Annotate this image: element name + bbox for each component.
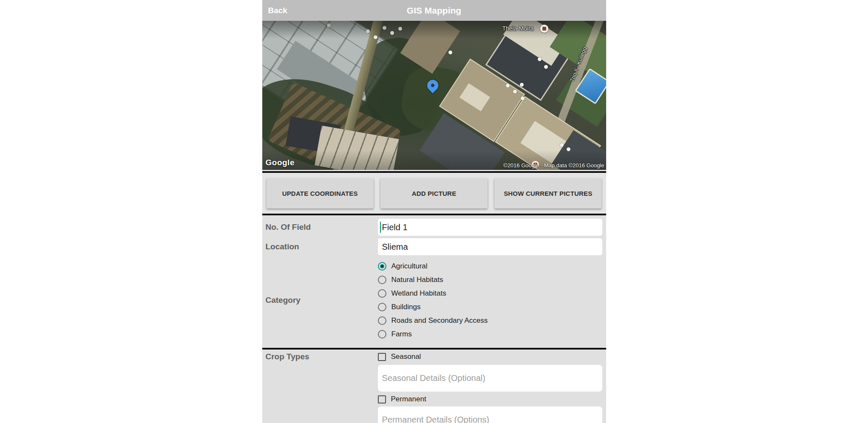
radio-option-farms[interactable]: Farms bbox=[378, 327, 606, 341]
permanent-checkbox-row[interactable]: Permanent bbox=[378, 394, 606, 404]
satellite-map[interactable]: Theia Moira Triq Il - Kullegg Google ©20… bbox=[262, 21, 606, 170]
text-cursor bbox=[380, 222, 381, 233]
radio-option-buildings[interactable]: Buildings bbox=[378, 300, 606, 314]
category-row: Category Agricultural Natural Habitats W… bbox=[262, 259, 606, 341]
seasonal-details-textarea[interactable] bbox=[378, 365, 602, 392]
field-number-label: No. Of Field bbox=[262, 219, 378, 236]
radio-option-label: Farms bbox=[391, 330, 412, 338]
radio-option-label: Natural Habitats bbox=[391, 276, 443, 284]
location-input[interactable] bbox=[378, 238, 602, 255]
update-coordinates-button[interactable]: UPDATE COORDINATES bbox=[267, 178, 374, 209]
radio-icon[interactable] bbox=[378, 316, 386, 325]
permanent-details-textarea[interactable] bbox=[378, 406, 602, 423]
category-label: Category bbox=[262, 296, 378, 305]
show-current-pictures-button[interactable]: SHOW CURRENT PICTURES bbox=[494, 178, 601, 209]
radio-option-natural-habitats[interactable]: Natural Habitats bbox=[378, 273, 606, 287]
poi-label: Theia Moira bbox=[502, 25, 534, 32]
google-logo: Google bbox=[266, 158, 295, 167]
location-label: Location bbox=[262, 238, 378, 255]
location-row: Location bbox=[262, 238, 606, 255]
radio-option-wetland-habitats[interactable]: Wetland Habitats bbox=[378, 287, 606, 300]
radio-option-label: Wetland Habitats bbox=[391, 289, 446, 298]
radio-option-label: Buildings bbox=[391, 303, 421, 311]
location-field bbox=[378, 238, 602, 255]
crop-types-section: Crop Types Seasonal Permanent bbox=[262, 350, 606, 423]
poi-marker-icon bbox=[540, 25, 548, 33]
permanent-checkbox-label: Permanent bbox=[391, 395, 426, 403]
seasonal-checkbox-row[interactable]: Seasonal bbox=[378, 352, 606, 362]
seasonal-checkbox-icon[interactable] bbox=[378, 353, 386, 361]
page-title: GIS Mapping bbox=[262, 0, 606, 21]
category-options: Agricultural Natural Habitats Wetland Ha… bbox=[378, 259, 606, 341]
radio-option-roads-and-secondary-access[interactable]: Roads and Secondary Access bbox=[378, 314, 606, 327]
add-picture-button[interactable]: ADD PICTURE bbox=[380, 178, 488, 209]
permanent-checkbox-icon[interactable] bbox=[378, 395, 386, 403]
radio-selected-icon[interactable] bbox=[378, 262, 386, 271]
radio-option-label: Roads and Secondary Access bbox=[391, 316, 488, 325]
top-bar: Back GIS Mapping bbox=[262, 0, 606, 21]
map-attribution: ©2016 Google - Map data ©2016 Google bbox=[503, 162, 604, 169]
radio-icon[interactable] bbox=[378, 330, 386, 338]
crop-types-row: Crop Types Seasonal Permanent bbox=[262, 352, 606, 423]
radio-option-agricultural[interactable]: Agricultural bbox=[378, 259, 606, 273]
gis-mapping-app: Back GIS Mapping bbox=[262, 0, 606, 423]
field-form: No. Of Field Location Category A bbox=[262, 215, 606, 348]
map-shadow-overlay bbox=[262, 21, 606, 170]
radio-option-label: Agricultural bbox=[391, 262, 428, 271]
radio-icon[interactable] bbox=[378, 303, 386, 311]
field-number-field bbox=[378, 219, 602, 236]
map-actions: UPDATE COORDINATES ADD PICTURE SHOW CURR… bbox=[262, 173, 606, 214]
field-number-row: No. Of Field bbox=[262, 219, 606, 236]
crop-types-label: Crop Types bbox=[262, 352, 378, 423]
field-number-input[interactable] bbox=[378, 219, 602, 236]
seasonal-checkbox-label: Seasonal bbox=[391, 352, 421, 361]
radio-icon[interactable] bbox=[378, 289, 386, 298]
radio-icon[interactable] bbox=[378, 276, 386, 284]
